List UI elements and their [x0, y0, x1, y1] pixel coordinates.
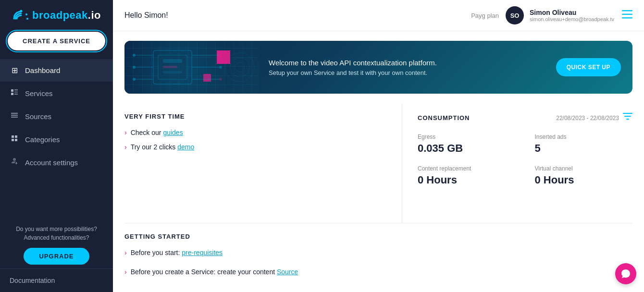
- metric-inserted-ads: Inserted ads 5: [535, 134, 633, 155]
- sources-icon: [10, 111, 19, 121]
- username: Simon Oliveau: [530, 9, 614, 16]
- inserted-ads-value: 5: [535, 142, 633, 155]
- sidebar-nav: ⊞ Dashboard Services Sources Categories: [0, 59, 113, 174]
- prereq-item: › Before you start: pre-requisites: [124, 249, 632, 256]
- documentation-link[interactable]: Documentation: [0, 268, 113, 292]
- svg-point-31: [219, 66, 222, 69]
- email: simon.oliveau+demo@broadpeak.tv: [530, 16, 614, 22]
- svg-point-24: [133, 54, 136, 57]
- svg-rect-15: [622, 17, 632, 19]
- virtual-channel-value: 0 Hours: [535, 174, 633, 186]
- categories-icon: [10, 134, 19, 144]
- user-info: Simon Oliveau simon.oliveau+demo@broadpe…: [530, 9, 614, 22]
- filter-icon[interactable]: [623, 113, 632, 123]
- getting-started-section: GETTING STARTED › Before you start: pre-…: [113, 223, 644, 292]
- getting-started-title: GETTING STARTED: [124, 233, 632, 240]
- egress-label: Egress: [418, 134, 516, 140]
- demo-link[interactable]: demo: [177, 143, 194, 151]
- svg-rect-5: [14, 89, 18, 90]
- sidebar-item-sources[interactable]: Sources: [0, 105, 113, 128]
- prereq-text: Before you start: pre-requisites: [131, 249, 223, 256]
- quick-setup-button[interactable]: QUICK SET UP: [556, 58, 621, 76]
- guides-text: Check our guides: [131, 129, 183, 136]
- very-first-time-title: VERY FIRST TIME: [124, 113, 383, 120]
- sidebar-item-label-account-settings: Account settings: [25, 158, 78, 167]
- welcome-banner: Welcome to the video API contextualizati…: [124, 41, 632, 94]
- inserted-ads-label: Inserted ads: [535, 134, 633, 140]
- sidebar-item-label-dashboard: Dashboard: [25, 66, 60, 74]
- arrow-icon-3: ›: [124, 249, 127, 256]
- svg-rect-7: [14, 93, 18, 93]
- svg-point-0: [20, 10, 23, 12]
- svg-rect-3: [11, 89, 13, 92]
- avatar: SO: [506, 6, 524, 24]
- very-first-time-section: VERY FIRST TIME › Check our guides › Try…: [124, 103, 383, 223]
- arrow-icon-1: ›: [124, 129, 127, 136]
- content-replacement-label: Content replacement: [418, 165, 516, 172]
- svg-point-34: [230, 58, 249, 77]
- svg-rect-27: [163, 59, 182, 63]
- svg-rect-28: [163, 66, 177, 68]
- sidebar-item-services[interactable]: Services: [0, 82, 113, 105]
- svg-point-25: [133, 66, 136, 69]
- dashboard-icon: ⊞: [10, 66, 19, 75]
- egress-value: 0.035 GB: [418, 142, 516, 155]
- banner-subtitle: Setup your own Service and test it with …: [269, 69, 546, 76]
- svg-point-32: [219, 78, 222, 81]
- upgrade-area: Do you want more possibilities? Advanced…: [0, 219, 113, 268]
- content-area: VERY FIRST TIME › Check our guides › Try…: [113, 103, 644, 223]
- upgrade-prompt: Do you want more possibilities? Advanced…: [8, 225, 105, 242]
- svg-rect-4: [11, 93, 13, 95]
- banner-title: Welcome to the video API contextualizati…: [269, 59, 546, 67]
- menu-icon[interactable]: [622, 10, 632, 21]
- sidebar-item-categories[interactable]: Categories: [0, 128, 113, 151]
- svg-rect-9: [11, 113, 18, 114]
- source-text: Before you create a Service: create your…: [131, 268, 298, 276]
- svg-rect-13: [622, 10, 632, 12]
- banner-text: Welcome to the video API contextualizati…: [259, 59, 556, 76]
- svg-point-1: [25, 13, 27, 15]
- consumption-header: CONSUMPTION 22/08/2023 - 22/08/2023: [418, 113, 632, 123]
- create-service-button[interactable]: CREATE A SERVICE: [8, 32, 105, 50]
- svg-rect-11: [11, 117, 18, 118]
- source-link[interactable]: Source: [277, 268, 298, 276]
- metric-content-replacement: Content replacement 0 Hours: [418, 165, 516, 186]
- logo-area: broadpeak.io: [0, 0, 113, 27]
- svg-rect-8: [14, 94, 18, 95]
- demo-item: › Try our 2 clicks demo: [124, 143, 383, 151]
- services-icon: [10, 88, 19, 98]
- sidebar-item-label-categories: Categories: [25, 135, 60, 144]
- metric-virtual-channel: Virtual channel 0 Hours: [535, 165, 633, 186]
- content-replacement-value: 0 Hours: [418, 174, 516, 186]
- banner-image: [124, 41, 259, 94]
- consumption-section: CONSUMPTION 22/08/2023 - 22/08/2023 Egre…: [402, 103, 632, 223]
- getting-started-items: › Before you start: pre-requisites › Bef…: [124, 249, 632, 282]
- svg-point-33: [225, 53, 254, 82]
- main-content: Hello Simon! Payg plan SO Simon Oliveau …: [113, 0, 644, 292]
- sidebar-item-label-sources: Sources: [25, 112, 51, 121]
- svg-rect-37: [624, 116, 631, 117]
- svg-rect-29: [163, 71, 182, 73]
- chat-button[interactable]: [615, 263, 636, 284]
- demo-text: Try our 2 clicks demo: [131, 143, 195, 151]
- virtual-channel-label: Virtual channel: [535, 165, 633, 172]
- svg-rect-36: [623, 113, 632, 114]
- source-item: › Before you create a Service: create yo…: [124, 268, 632, 276]
- svg-point-2: [26, 18, 28, 20]
- sidebar-item-account-settings[interactable]: Account settings: [0, 151, 113, 174]
- logo-dot: .io: [88, 9, 101, 21]
- consumption-grid: Egress 0.035 GB Inserted ads 5 Content r…: [418, 134, 632, 186]
- svg-rect-14: [622, 13, 632, 15]
- sidebar-item-dashboard[interactable]: ⊞ Dashboard: [0, 59, 113, 82]
- svg-rect-38: [626, 119, 629, 120]
- sidebar-item-label-services: Services: [25, 89, 53, 97]
- svg-point-35: [235, 62, 245, 72]
- upgrade-button[interactable]: UPGRADE: [24, 248, 89, 265]
- logo-text: broadpeak.io: [32, 9, 101, 22]
- circuit-svg: [124, 41, 259, 94]
- svg-rect-10: [11, 115, 18, 116]
- guides-link[interactable]: guides: [163, 129, 183, 136]
- svg-point-26: [133, 78, 136, 81]
- prereq-link[interactable]: pre-requisites: [182, 249, 223, 256]
- svg-rect-6: [14, 91, 18, 91]
